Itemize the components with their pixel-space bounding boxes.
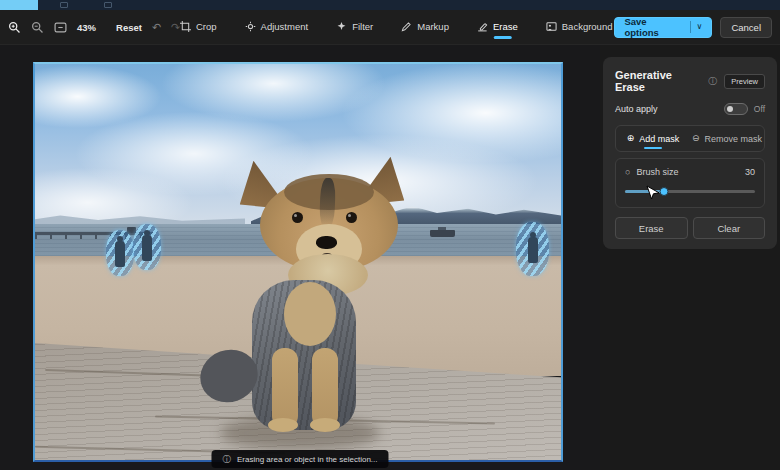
dog-chest <box>284 282 336 346</box>
sidebar: Generative Erase ⓘ Preview Auto apply Of… <box>600 45 780 470</box>
add-mask-button[interactable]: ⊕ Add mask <box>616 126 690 151</box>
save-split-divider <box>690 21 691 33</box>
brush-slider-fill <box>625 190 664 193</box>
auto-apply-row: Auto apply Off <box>615 103 765 115</box>
adjustment-icon <box>245 21 256 32</box>
tab-label-crop: Crop <box>196 21 217 32</box>
filter-icon <box>336 21 347 32</box>
reset-button[interactable]: Reset <box>116 22 142 33</box>
tab-adjustment[interactable]: Adjustment <box>243 15 311 40</box>
tab-crop[interactable]: Crop <box>178 15 219 40</box>
markup-icon <box>401 21 412 32</box>
erase-mask-stroke <box>133 224 161 270</box>
erase-button[interactable]: Erase <box>615 217 688 239</box>
remove-mask-button[interactable]: ⊖ Remove mask <box>690 126 764 151</box>
mask-mode-switch: ⊕ Add mask ⊖ Remove mask <box>615 125 765 152</box>
tab-label-adjustment: Adjustment <box>261 21 309 32</box>
toast-text: Erasing area or object in the selection.… <box>237 455 378 464</box>
remove-mask-icon: ⊖ <box>692 134 700 143</box>
brush-size-section: ○ Brush size 30 <box>615 158 765 208</box>
brush-size-value: 30 <box>745 167 755 177</box>
masked-person <box>528 237 538 263</box>
dog-front-leg-left <box>272 348 298 428</box>
photos-editor-window: 43% Reset ↶ ↷ Crop Adjustment Filter Mar… <box>0 0 780 470</box>
auto-apply-toggle[interactable] <box>724 103 748 115</box>
panel-title-row: Generative Erase ⓘ Preview <box>615 69 765 93</box>
zoom-controls: 43% Reset ↶ ↷ <box>8 18 178 36</box>
yorkie-dog <box>200 152 406 444</box>
canvas-area: ⓘ Erasing area or object in the selectio… <box>0 45 600 470</box>
erase-mask-stroke <box>516 222 549 276</box>
remove-mask-label: Remove mask <box>705 134 763 144</box>
crop-icon <box>180 21 191 32</box>
dog-front-leg-right <box>312 348 338 428</box>
auto-apply-label: Auto apply <box>615 104 724 114</box>
zoom-out-icon[interactable] <box>31 18 44 36</box>
tab-filter[interactable]: Filter <box>334 15 375 40</box>
erase-icon <box>477 21 488 32</box>
tab-background[interactable]: Background <box>544 15 615 40</box>
cancel-button[interactable]: Cancel <box>720 17 772 38</box>
tab-label-filter: Filter <box>352 21 373 32</box>
status-toast: ⓘ Erasing area or object in the selectio… <box>211 450 388 468</box>
workspace: ⓘ Erasing area or object in the selectio… <box>0 45 780 470</box>
toolbar-actions: Save options ∨ Cancel <box>614 17 772 38</box>
dog-paw-right <box>310 418 340 432</box>
titlebar-accent-tab[interactable] <box>0 0 38 10</box>
brush-size-icon: ○ <box>625 168 630 177</box>
ship <box>430 230 455 237</box>
fit-to-view-icon[interactable] <box>54 18 67 36</box>
add-mask-label: Add mask <box>639 134 679 144</box>
brush-size-slider[interactable] <box>625 187 755 196</box>
dog-eye-left <box>292 212 303 223</box>
dog-eye-right <box>346 212 357 223</box>
info-icon: ⓘ <box>222 455 231 464</box>
panel-title: Generative Erase <box>615 69 701 93</box>
titlebar-icon-left[interactable] <box>60 2 68 8</box>
dog-nose <box>316 236 337 249</box>
active-mask-underline <box>644 147 662 150</box>
background-icon <box>546 21 557 32</box>
chevron-down-icon[interactable]: ∨ <box>697 23 703 31</box>
tab-label-markup: Markup <box>417 21 449 32</box>
tab-label-erase: Erase <box>493 21 518 32</box>
titlebar <box>0 0 780 10</box>
add-mask-icon: ⊕ <box>627 134 635 143</box>
action-buttons: Erase Clear <box>615 217 765 239</box>
zoom-in-icon[interactable] <box>8 18 21 36</box>
masked-person <box>115 241 125 267</box>
brush-size-row: ○ Brush size 30 <box>625 167 755 177</box>
brush-slider-thumb[interactable] <box>660 187 669 196</box>
toggle-knob <box>727 106 733 112</box>
brush-size-label: Brush size <box>636 167 739 177</box>
save-options-button[interactable]: Save options ∨ <box>614 17 712 38</box>
photo-canvas[interactable] <box>33 62 563 462</box>
zoom-level-value: 43% <box>77 22 96 33</box>
undo-icon[interactable]: ↶ <box>152 22 161 33</box>
save-options-label: Save options <box>624 16 683 38</box>
tab-markup[interactable]: Markup <box>399 15 451 40</box>
active-tab-underline <box>494 36 512 39</box>
titlebar-icon-right[interactable] <box>104 2 112 8</box>
clear-button[interactable]: Clear <box>693 217 766 239</box>
tab-label-background: Background <box>562 21 613 32</box>
tab-erase[interactable]: Erase <box>475 15 520 40</box>
auto-apply-state: Off <box>754 104 765 114</box>
generative-erase-panel: Generative Erase ⓘ Preview Auto apply Of… <box>603 57 777 249</box>
dog-paw-left <box>268 418 298 432</box>
info-icon[interactable]: ⓘ <box>708 77 717 86</box>
erase-mask-stroke <box>106 230 134 276</box>
editor-toolbar: 43% Reset ↶ ↷ Crop Adjustment Filter Mar… <box>0 10 780 45</box>
edit-mode-tabs: Crop Adjustment Filter Markup Erase <box>178 15 614 40</box>
masked-person <box>142 235 152 261</box>
preview-badge: Preview <box>724 74 765 89</box>
